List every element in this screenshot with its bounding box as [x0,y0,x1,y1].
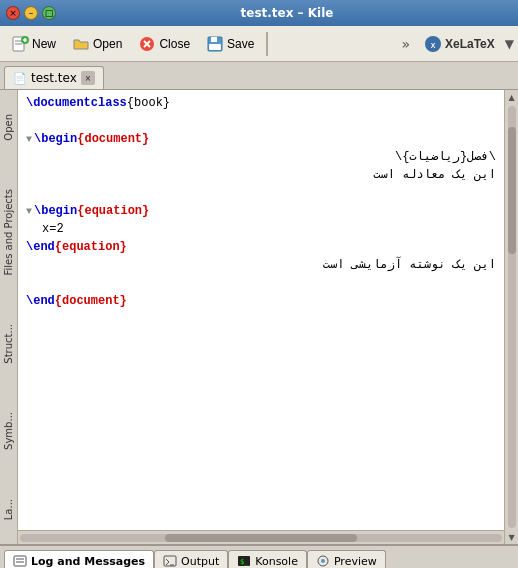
editor-line: \documentclass{book} [26,94,496,112]
log-icon [13,554,27,568]
minimize-icon: – [29,8,34,18]
tab-konsole-label: Konsole [255,555,298,568]
bottom-panel: Log and Messages Output $_ Konsole Previ… [0,544,518,568]
sidebar-item-open[interactable]: Open [1,108,16,147]
xelatex-button[interactable]: X XeLaTeX [417,31,502,57]
editor-scrollbar-h[interactable] [18,530,504,544]
save-label: Save [227,37,254,51]
editor-line: x=2 [26,220,496,238]
more-label: » [401,36,410,52]
scroll-up-arrow[interactable]: ▲ [505,90,519,104]
open-icon [72,35,90,53]
editor-line: \end{equation} [26,238,496,256]
new-label: New [32,37,56,51]
scroll-thumb-h[interactable] [165,534,358,542]
close-icon: × [9,8,17,18]
save-button[interactable]: Save [199,31,261,57]
scroll-thumb-v[interactable] [508,127,516,254]
save-icon [206,35,224,53]
konsole-icon: $_ [237,554,251,568]
sidebar-item-struct[interactable]: Struct... [1,318,16,370]
tab-log-label: Log and Messages [31,555,145,568]
tabbar: 📄 test.tex × [0,62,518,90]
sidebar-item-files[interactable]: Files and Projects [1,183,16,282]
editor-line: ▼\begin{document} [26,130,496,148]
dropdown-arrow[interactable]: ▼ [505,37,514,51]
toolbar-right: » X XeLaTeX ▼ [401,31,514,57]
maximize-icon: □ [45,8,54,18]
editor-container: \documentclass{book} ▼\begin{document} \… [18,90,504,544]
xelatex-label: XeLaTeX [445,37,495,51]
tab-log-messages[interactable]: Log and Messages [4,550,154,568]
sidebar-item-la[interactable]: La... [1,493,16,526]
sidebar-labels: Open Files and Projects Struct... Symb..… [0,90,18,544]
editor-line [26,184,496,202]
main-layout: Open Files and Projects Struct... Symb..… [0,90,518,544]
scrollbar-right: ▲ ▼ [504,90,518,544]
toolbar: New Open Close Save » [0,26,518,62]
tab-preview[interactable]: Preview [307,550,386,568]
new-icon [11,35,29,53]
toolbar-separator [266,32,268,56]
tab-output-label: Output [181,555,219,568]
scroll-track-v[interactable] [508,106,516,528]
tab-preview-label: Preview [334,555,377,568]
close-file-button[interactable]: Close [131,31,197,57]
sidebar-item-symb[interactable]: Symb... [1,406,16,456]
svg-rect-10 [211,37,217,42]
svg-text:X: X [431,42,436,49]
editor-line: این یک نوشته آزمایشی است [26,256,496,274]
editor-line: \فصل{ریاضیات}\ [26,148,496,166]
close-file-icon [138,35,156,53]
minimize-window-button[interactable]: – [24,6,38,20]
editor-line [26,112,496,130]
titlebar: × – □ test.tex – Kile [0,0,518,26]
preview-icon [316,554,330,568]
editor-line: این یک معادله است [26,166,496,184]
editor-line [26,274,496,292]
open-button[interactable]: Open [65,31,129,57]
file-tab[interactable]: 📄 test.tex × [4,66,104,89]
scroll-down-arrow[interactable]: ▼ [505,530,519,544]
tab-filename: test.tex [31,71,77,85]
tab-output[interactable]: Output [154,550,228,568]
window-title: test.tex – Kile [62,6,512,20]
titlebar-buttons: × – □ [6,6,56,20]
scroll-track-h[interactable] [20,534,502,542]
output-icon [163,554,177,568]
tab-konsole[interactable]: $_ Konsole [228,550,307,568]
svg-rect-11 [209,44,221,50]
svg-point-22 [321,559,325,563]
editor-line: \end{document} [26,292,496,310]
close-window-button[interactable]: × [6,6,20,20]
editor-content[interactable]: \documentclass{book} ▼\begin{document} \… [18,90,504,530]
tab-close-button[interactable]: × [81,71,95,85]
maximize-window-button[interactable]: □ [42,6,56,20]
file-tab-icon: 📄 [13,72,27,85]
svg-text:$_: $_ [240,558,249,566]
open-label: Open [93,37,122,51]
new-button[interactable]: New [4,31,63,57]
editor-line: ▼\begin{equation} [26,202,496,220]
close-label: Close [159,37,190,51]
bottom-tabs: Log and Messages Output $_ Konsole Previ… [0,546,518,568]
svg-rect-14 [14,556,26,566]
